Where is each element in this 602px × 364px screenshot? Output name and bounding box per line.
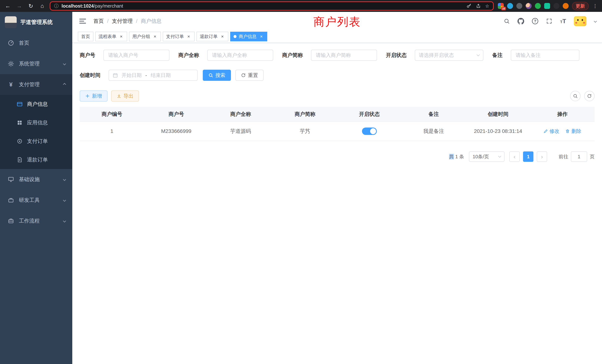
refresh-icon[interactable] bbox=[584, 91, 595, 101]
gear-icon bbox=[7, 61, 14, 67]
sidebar-item-label: 退款订单 bbox=[27, 156, 48, 163]
tab-home[interactable]: 首页 bbox=[78, 32, 93, 41]
user-avatar[interactable] bbox=[574, 16, 586, 26]
add-button[interactable]: 新增 bbox=[80, 90, 108, 102]
close-icon[interactable]: × bbox=[259, 34, 264, 39]
hamburger-icon[interactable] bbox=[78, 17, 87, 25]
user-menu-caret-icon[interactable] bbox=[594, 20, 597, 23]
page-number-current[interactable]: 1 bbox=[523, 151, 533, 162]
help-icon[interactable]: ? bbox=[532, 18, 538, 24]
home-icon[interactable]: ⌂ bbox=[38, 2, 46, 10]
chevron-down-icon bbox=[63, 178, 66, 181]
sidebar-item-infra[interactable]: 基础设施 bbox=[0, 169, 72, 190]
search-icon[interactable] bbox=[504, 18, 510, 24]
fullscreen-icon[interactable] bbox=[546, 18, 552, 24]
reload-icon[interactable]: ↻ bbox=[27, 2, 35, 10]
remark-input[interactable] bbox=[511, 50, 579, 61]
cell-merchant-id: 1 bbox=[80, 122, 144, 141]
search-button[interactable]: 搜索 bbox=[203, 70, 231, 81]
github-icon[interactable] bbox=[517, 18, 524, 24]
filter-full-name: 商户全称 bbox=[178, 50, 273, 61]
extension-icon-dark[interactable] bbox=[553, 3, 559, 9]
chevron-down-icon bbox=[498, 155, 501, 158]
reset-button[interactable]: 重置 bbox=[235, 70, 264, 81]
extension-icon-green-square[interactable] bbox=[544, 3, 550, 9]
close-icon[interactable]: × bbox=[220, 34, 225, 39]
goto-label: 前往 bbox=[559, 153, 568, 160]
sidebar-item-payment[interactable]: ¥ 支付管理 bbox=[0, 74, 72, 95]
filter-actions: 搜索 重置 bbox=[203, 70, 264, 81]
page-size-select[interactable]: 10条/页 bbox=[469, 151, 505, 162]
field-label: 开启状态 bbox=[386, 52, 407, 59]
prev-page-icon[interactable]: ‹ bbox=[509, 151, 520, 162]
field-label: 商户全称 bbox=[178, 52, 199, 59]
document-icon bbox=[16, 157, 23, 163]
sidebar-item-pay-order[interactable]: 支付订单 bbox=[0, 132, 72, 150]
extension-icon-blue[interactable] bbox=[507, 3, 513, 9]
status-toggle[interactable] bbox=[362, 128, 377, 135]
app-logo[interactable]: 芋道管理系统 bbox=[0, 12, 72, 33]
main-area: 商户列表 首页 / 支付管理 / 商户信息 bbox=[72, 12, 602, 364]
status-select[interactable]: 请选择开启状态 bbox=[415, 50, 483, 61]
export-button[interactable]: 导出 bbox=[111, 90, 139, 102]
sidebar-item-system[interactable]: 系统管理 bbox=[0, 53, 72, 74]
extension-icon-gray[interactable] bbox=[516, 3, 522, 9]
short-name-input[interactable] bbox=[311, 50, 377, 61]
browser-menu-icon[interactable]: ⋮ bbox=[592, 3, 598, 9]
tab-label: 支付订单 bbox=[166, 33, 184, 40]
next-page-icon[interactable]: › bbox=[537, 151, 547, 162]
sidebar-item-home[interactable]: 首页 bbox=[0, 33, 72, 53]
close-icon[interactable]: × bbox=[186, 34, 191, 39]
share-icon[interactable] bbox=[476, 3, 481, 8]
merchant-no-input[interactable] bbox=[103, 50, 169, 61]
date-range-picker[interactable]: 开始日期 - 结束日期 bbox=[109, 70, 198, 81]
extension-icon-green-circle[interactable] bbox=[535, 3, 541, 9]
pager-buttons: ‹ 1 › bbox=[509, 151, 547, 162]
edit-link[interactable]: 修改 bbox=[543, 128, 559, 135]
breadcrumb-item[interactable]: 首页 bbox=[93, 18, 104, 25]
sidebar-item-refund-order[interactable]: 退款订单 bbox=[0, 150, 72, 169]
tab-merchant-info[interactable]: 商户信息 × bbox=[230, 32, 267, 41]
sidebar-item-workflow[interactable]: 工作流程 bbox=[0, 211, 72, 231]
select-placeholder: 请选择开启状态 bbox=[419, 52, 475, 59]
toggle-search-icon[interactable] bbox=[570, 91, 580, 101]
close-icon[interactable]: × bbox=[119, 34, 124, 39]
chevron-up-icon bbox=[63, 83, 66, 86]
full-name-input[interactable] bbox=[207, 50, 273, 61]
tab-pay-order[interactable]: 支付订单 × bbox=[163, 32, 195, 41]
tab-refund-order[interactable]: 退款订单 × bbox=[196, 32, 228, 41]
goto-page-input[interactable] bbox=[571, 151, 587, 162]
extension-icon-orange[interactable] bbox=[563, 3, 569, 9]
sidebar-item-devtools[interactable]: 研发工具 bbox=[0, 190, 72, 211]
add-button-label: 新增 bbox=[92, 93, 102, 99]
browser-update-button[interactable]: 更新 bbox=[572, 2, 589, 10]
browser-chrome: ← → ↻ ⌂ ⓘ localhost:1024/pay/merchant ☆ … bbox=[0, 0, 602, 12]
breadcrumb-item[interactable]: 支付管理 bbox=[112, 18, 133, 25]
delete-link[interactable]: 删除 bbox=[565, 128, 581, 135]
url-bar[interactable]: ⓘ localhost:1024/pay/merchant ☆ bbox=[50, 1, 494, 11]
extension-icon-avatar[interactable] bbox=[526, 3, 532, 9]
forward-icon[interactable]: → bbox=[15, 2, 23, 10]
back-icon[interactable]: ← bbox=[4, 2, 12, 10]
sidebar-menu: 首页 系统管理 ¥ 支付管理 bbox=[0, 33, 72, 364]
extension-icon-grid[interactable]: 10 bbox=[498, 3, 504, 9]
app-title: 芋道管理系统 bbox=[20, 19, 53, 26]
font-size-icon[interactable]: TT bbox=[560, 18, 566, 24]
password-key-icon[interactable] bbox=[466, 3, 472, 9]
bookmark-star-icon[interactable]: ☆ bbox=[485, 3, 489, 9]
col-actions: 操作 bbox=[530, 107, 595, 122]
monitor-icon bbox=[7, 176, 14, 182]
site-info-icon[interactable]: ⓘ bbox=[54, 3, 59, 9]
tab-user-group[interactable]: 用户分组 × bbox=[129, 32, 161, 41]
sidebar-item-merchant-info[interactable]: 商户信息 bbox=[0, 95, 72, 113]
tab-process-form[interactable]: 流程表单 × bbox=[95, 32, 127, 41]
sidebar-item-app-info[interactable]: 应用信息 bbox=[0, 113, 72, 132]
tab-label: 退款订单 bbox=[200, 33, 218, 40]
active-dot bbox=[234, 35, 236, 38]
close-icon[interactable]: × bbox=[152, 34, 158, 39]
filter-remark: 备注 bbox=[492, 50, 579, 61]
navbar: 首页 / 支付管理 / 商户信息 ? bbox=[72, 12, 602, 30]
filter-status: 开启状态 请选择开启状态 bbox=[386, 50, 483, 61]
field-label: 创建时间 bbox=[80, 72, 100, 79]
url-actions: ☆ bbox=[466, 3, 489, 9]
